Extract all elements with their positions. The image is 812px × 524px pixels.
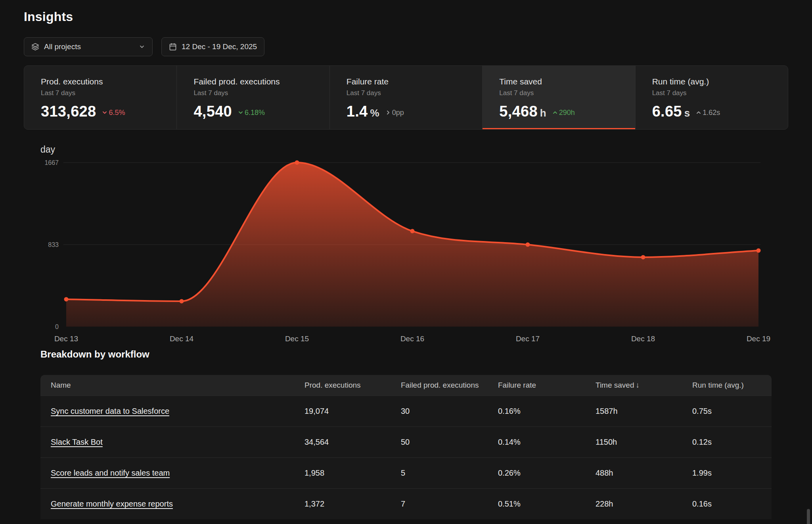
y-axis-tick-label: 0 xyxy=(55,323,59,330)
column-header-time-saved[interactable]: Time saved ↓ xyxy=(596,381,692,390)
x-axis-tick-label: Dec 16 xyxy=(400,335,424,343)
workflow-name-link[interactable]: Score leads and notify sales team xyxy=(51,469,170,477)
metric-unit: h xyxy=(540,107,546,119)
project-filter-label: All projects xyxy=(44,42,81,51)
run-time-cell: 0.16s xyxy=(692,499,772,509)
table-row: Score leads and notify sales team 1,958 … xyxy=(40,457,772,488)
chart-point xyxy=(295,161,299,165)
metric-delta: 6.18% xyxy=(237,109,265,117)
date-range-picker[interactable]: 12 Dec - 19 Dec, 2025 xyxy=(161,37,264,56)
delta-chevron-icon xyxy=(102,109,108,116)
project-filter-dropdown[interactable]: All projects xyxy=(24,37,153,56)
metric-delta-value: 6.18% xyxy=(245,109,265,117)
run-time-cell: 0.12s xyxy=(692,438,772,447)
metric-value: 5,468 xyxy=(499,103,538,120)
metric-subtitle: Last 7 days xyxy=(193,89,329,97)
breakdown-heading: Breakdown by workflow xyxy=(40,349,149,360)
x-axis-tick-label: Dec 19 xyxy=(747,335,770,343)
table-row: Generate monthly expense reports 1,372 7… xyxy=(40,488,772,519)
metric-delta-value: 0pp xyxy=(392,109,404,117)
time-saved-cell: 1150h xyxy=(596,438,692,447)
chart-point xyxy=(641,255,645,259)
name-cell: Score leads and notify sales team xyxy=(40,469,304,478)
column-header-failure-rate[interactable]: Failure rate xyxy=(498,381,596,390)
metric-value-row: 5,468h 290h xyxy=(499,103,635,120)
column-header-name[interactable]: Name xyxy=(40,381,304,390)
chart-point xyxy=(64,297,69,302)
metric-value: 313,628 xyxy=(41,103,96,120)
chevron-down-icon xyxy=(139,44,145,50)
metric-subtitle: Last 7 days xyxy=(652,89,788,97)
column-header-prod-executions[interactable]: Prod. executions xyxy=(304,381,401,390)
failed-executions-cell: 30 xyxy=(401,407,498,416)
chart-point xyxy=(526,243,530,247)
chart-point xyxy=(756,249,761,253)
metric-value-row: 6.65s 1.62s xyxy=(652,103,788,120)
metric-delta-value: 290h xyxy=(559,109,575,117)
delta-chevron-icon xyxy=(552,109,558,116)
delta-chevron-icon xyxy=(695,109,702,116)
prod-executions-cell: 1,372 xyxy=(304,499,401,509)
failure-rate-cell: 0.51% xyxy=(498,499,596,509)
name-cell: Sync customer data to Salesforce xyxy=(40,407,304,416)
failed-executions-cell: 50 xyxy=(401,438,498,447)
delta-chevron-icon xyxy=(237,109,244,116)
workflow-breakdown-table: Name Prod. executions Failed prod. execu… xyxy=(40,375,772,519)
table-row: Sync customer data to Salesforce 19,074 … xyxy=(40,396,772,426)
metric-subtitle: Last 7 days xyxy=(347,89,482,97)
metric-title: Prod. executions xyxy=(41,77,176,86)
vertical-scrollbar-thumb[interactable] xyxy=(807,509,810,524)
x-axis-tick-label: Dec 13 xyxy=(54,335,78,343)
metric-delta: 6.5% xyxy=(102,109,125,117)
failure-rate-cell: 0.26% xyxy=(498,469,596,478)
metric-delta-value: 1.62s xyxy=(703,109,720,117)
chart-granularity-label: day xyxy=(40,144,55,155)
metric-unit: % xyxy=(370,107,379,119)
filters-bar: All projects 12 Dec - 19 Dec, 2025 xyxy=(24,37,264,56)
metric-title: Failure rate xyxy=(347,77,482,86)
metric-card[interactable]: Run time (avg.) Last 7 days 6.65s 1.62s xyxy=(636,66,788,129)
metric-cards: Prod. executions Last 7 days 313,628 6.5… xyxy=(24,65,788,130)
workflow-name-link[interactable]: Generate monthly expense reports xyxy=(51,499,173,508)
sort-descending-icon: ↓ xyxy=(636,381,640,390)
metric-card[interactable]: Prod. executions Last 7 days 313,628 6.5… xyxy=(24,66,177,129)
run-time-cell: 0.75s xyxy=(692,407,772,416)
metric-delta: 1.62s xyxy=(695,109,720,117)
workflow-name-link[interactable]: Slack Task Bot xyxy=(51,438,103,446)
metric-delta-value: 6.5% xyxy=(109,109,125,117)
prod-executions-cell: 1,958 xyxy=(304,469,401,478)
time-saved-cell: 1587h xyxy=(596,407,692,416)
delta-chevron-icon xyxy=(385,109,391,116)
layers-icon xyxy=(31,43,39,51)
metric-value-row: 1.4% 0pp xyxy=(347,103,482,120)
metric-value: 4,540 xyxy=(193,103,232,120)
metric-delta: 290h xyxy=(552,109,575,117)
failed-executions-cell: 7 xyxy=(401,499,498,509)
insights-page: 08331667Dec 13Dec 14Dec 15Dec 16Dec 17De… xyxy=(0,0,812,524)
metric-value: 6.65 xyxy=(652,103,682,120)
metric-title: Run time (avg.) xyxy=(652,77,788,86)
x-axis-tick-label: Dec 15 xyxy=(285,335,309,343)
metric-value: 1.4 xyxy=(347,103,368,120)
table-row: Slack Task Bot 34,564 50 0.14% 1150h 0.1… xyxy=(40,426,772,457)
chart-point xyxy=(180,299,184,303)
name-cell: Generate monthly expense reports xyxy=(40,499,304,509)
metric-subtitle: Last 7 days xyxy=(41,89,176,97)
time-saved-cell: 488h xyxy=(596,469,692,478)
workflow-name-link[interactable]: Sync customer data to Salesforce xyxy=(51,407,169,415)
metric-card[interactable]: Time saved Last 7 days 5,468h 290h xyxy=(483,66,635,129)
x-axis-tick-label: Dec 17 xyxy=(516,335,540,343)
chart-point xyxy=(410,229,415,233)
metric-title: Time saved xyxy=(499,77,635,86)
column-header-failed-prod-executions[interactable]: Failed prod. executions xyxy=(401,381,498,390)
metric-value-row: 313,628 6.5% xyxy=(41,103,176,120)
column-header-run-time[interactable]: Run time (avg.) xyxy=(692,381,772,390)
metric-card[interactable]: Failed prod. executions Last 7 days 4,54… xyxy=(177,66,329,129)
y-axis-tick-label: 1667 xyxy=(44,159,59,166)
x-axis-tick-label: Dec 14 xyxy=(170,335,194,343)
metric-card[interactable]: Failure rate Last 7 days 1.4% 0pp xyxy=(330,66,483,129)
metric-title: Failed prod. executions xyxy=(193,77,329,86)
run-time-cell: 1.99s xyxy=(692,469,772,478)
y-axis-tick-label: 833 xyxy=(48,241,59,248)
failed-executions-cell: 5 xyxy=(401,469,498,478)
